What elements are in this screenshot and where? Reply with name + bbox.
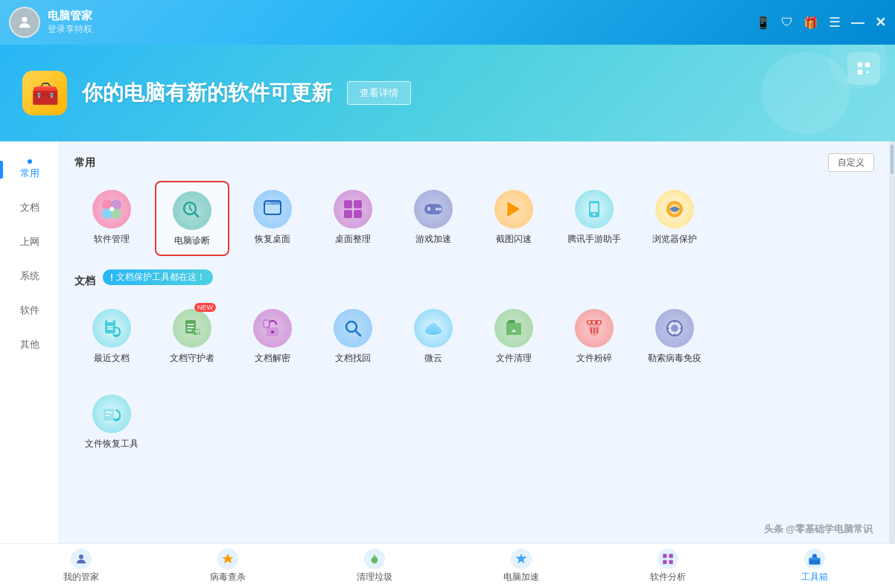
banner-text: 你的电脑有新的软件可更新 — [82, 79, 332, 107]
tool-file-shred[interactable]: 文件粉碎 — [557, 300, 631, 372]
svg-rect-60 — [103, 409, 114, 421]
sidebar-label-common: 常用 — [20, 167, 39, 180]
svg-point-28 — [593, 214, 596, 216]
common-section-title: 常用 — [74, 156, 95, 170]
bottom-item-my-mgr[interactable]: 我的管家 — [7, 544, 154, 588]
avatar[interactable] — [9, 7, 40, 38]
svg-text:守: 守 — [195, 329, 200, 335]
bottom-item-pc-speedup[interactable]: 电脑加速 — [448, 544, 594, 588]
tool-label-file-recover: 文件恢复工具 — [85, 438, 138, 450]
tool-restore-desktop[interactable]: 恢复桌面 — [235, 181, 310, 256]
sidebar-item-system[interactable]: 系统 — [0, 259, 59, 293]
gift-icon[interactable]: 🎁 — [803, 16, 818, 30]
bottom-item-clean-junk[interactable]: 清理垃圾 — [301, 544, 448, 588]
tool-doc-unlock[interactable]: 文档解密 — [235, 300, 310, 372]
svg-point-9 — [109, 207, 114, 211]
bottom-icon-clean-junk — [364, 549, 385, 569]
svg-marker-24 — [507, 201, 520, 217]
app-title: 电脑管家 — [48, 9, 92, 23]
shield-icon[interactable]: 🛡 — [781, 16, 793, 29]
svg-point-55 — [671, 325, 678, 332]
sidebar-label-doc: 文档 — [20, 201, 39, 214]
phone-icon[interactable]: 📱 — [756, 16, 771, 30]
tool-label-restore-desktop: 恢复桌面 — [255, 233, 290, 246]
sidebar-item-common[interactable]: 常用 — [0, 149, 59, 191]
close-icon[interactable]: ✕ — [875, 14, 886, 31]
bottom-label-clean-junk: 清理垃圾 — [357, 571, 392, 584]
svg-rect-32 — [107, 320, 113, 322]
tool-game-speedup[interactable]: 游戏加速 — [396, 181, 471, 256]
tool-label-screenshot: 截图闪速 — [496, 233, 532, 246]
svg-rect-18 — [354, 210, 362, 218]
file-recover-grid: 文件恢复工具 — [74, 386, 874, 458]
tool-icon-doc-recover — [334, 309, 372, 348]
sidebar-item-doc[interactable]: 文档 — [0, 191, 59, 225]
bottom-label-software-mgr2: 软件分析 — [650, 571, 686, 584]
svg-rect-40 — [264, 320, 270, 327]
svg-rect-49 — [593, 321, 595, 324]
tool-icon-file-manage — [494, 309, 533, 348]
sidebar-item-software[interactable]: 软件 — [0, 293, 59, 327]
tool-software-mgr[interactable]: 软件管理 — [74, 181, 149, 256]
sidebar-label-internet: 上网 — [20, 235, 39, 249]
tool-tencent-assistant[interactable]: 腾讯手游助手 — [557, 181, 631, 256]
tool-label-doc-recover: 文档找回 — [335, 352, 371, 365]
bottom-icon-pc-speedup — [511, 549, 532, 569]
tool-label-cloud: 微云 — [424, 352, 442, 365]
svg-rect-65 — [669, 554, 672, 557]
tool-recent-doc[interactable]: 最近文档 — [74, 300, 149, 372]
svg-point-22 — [436, 208, 439, 211]
svg-rect-17 — [344, 210, 352, 218]
svg-rect-16 — [354, 200, 362, 208]
scrollbar[interactable] — [889, 141, 895, 543]
sidebar-item-internet[interactable]: 上网 — [0, 225, 59, 259]
tool-icon-virus-immune — [655, 309, 694, 348]
bottom-icon-software-mgr2 — [657, 549, 678, 569]
svg-point-21 — [428, 207, 430, 208]
tool-browser-protect[interactable]: 浏览器保护 — [637, 181, 712, 256]
tool-desktop-arrange[interactable]: 桌面整理 — [316, 181, 390, 256]
bottom-item-toolbox[interactable]: 工具箱 — [741, 544, 888, 588]
bottom-label-pc-speedup: 电脑加速 — [503, 571, 539, 584]
svg-rect-50 — [598, 321, 600, 324]
tool-doc-recover[interactable]: 文档找回 — [316, 300, 390, 372]
tool-label-game-speedup: 游戏加速 — [415, 233, 451, 246]
tool-icon-file-recover — [92, 394, 131, 433]
svg-rect-64 — [663, 554, 666, 557]
tool-virus-immune[interactable]: 勒索病毒免疫 — [637, 300, 712, 372]
tool-screenshot[interactable]: 截图闪速 — [477, 181, 551, 256]
tool-label-recent-doc: 最近文档 — [94, 352, 130, 365]
banner: 🧰 你的电脑有新的软件可更新 查看详情 — [0, 45, 895, 141]
tool-pc-diagnose[interactable]: 电脑诊断 — [155, 181, 229, 256]
sidebar-item-other[interactable]: 其他 — [0, 327, 59, 362]
scroll-thumb — [891, 144, 894, 174]
svg-point-61 — [79, 555, 83, 559]
tool-file-recover[interactable]: 文件恢复工具 — [74, 386, 149, 458]
tool-icon-pc-diagnose — [173, 191, 211, 230]
banner-detail-button[interactable]: 查看详情 — [347, 81, 411, 105]
menu-icon[interactable]: ☰ — [829, 14, 841, 31]
window-controls: 📱 🛡 🎁 ☰ — ✕ — [756, 14, 886, 31]
titlebar-info: 电脑管家 登录享特权 — [48, 9, 92, 36]
titlebar: 电脑管家 登录享特权 📱 🛡 🎁 ☰ — ✕ — [0, 0, 895, 45]
tool-file-manage[interactable]: 文件清理 — [477, 300, 551, 372]
bottom-item-software-mgr2[interactable]: 软件分析 — [594, 544, 741, 588]
banner-icon: 🧰 — [22, 71, 67, 115]
new-badge: NEW — [194, 303, 216, 312]
doc-tag-text: 文档保护工具都在这！ — [116, 271, 206, 284]
bottom-item-virus-kill[interactable]: 病毒查杀 — [154, 544, 301, 588]
tool-cloud[interactable]: 微云 — [396, 300, 471, 372]
content-area: 常用 自定义 软件管理 — [60, 141, 889, 543]
tool-icon-doc-guardian: 守 — [173, 309, 211, 348]
svg-point-13 — [266, 202, 267, 204]
tool-doc-guardian[interactable]: NEW 守 文档守护者 — [155, 300, 229, 372]
tool-label-doc-guardian: 文档守护者 — [170, 352, 214, 365]
tool-icon-restore-desktop — [253, 190, 292, 229]
svg-point-46 — [435, 327, 441, 333]
svg-point-14 — [269, 202, 270, 204]
minimize-icon[interactable]: — — [851, 15, 864, 31]
tool-label-file-shred: 文件粉碎 — [576, 352, 612, 365]
app-subtitle[interactable]: 登录享特权 — [48, 23, 92, 36]
svg-rect-2 — [865, 63, 870, 67]
customize-button[interactable]: 自定义 — [828, 153, 874, 172]
